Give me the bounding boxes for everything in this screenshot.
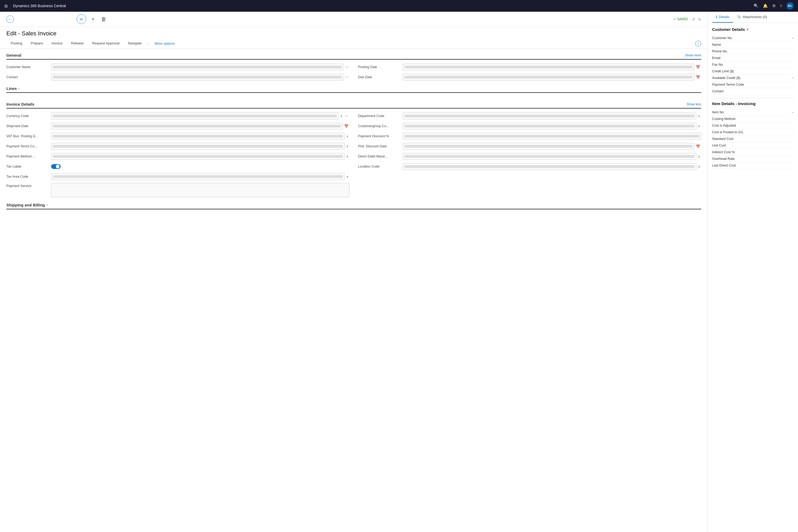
customer-name-row: Customer Name ···	[6, 63, 349, 71]
tax-liable-toggle[interactable]	[51, 164, 61, 169]
shipment-date-input[interactable]	[51, 122, 343, 130]
currency-code-dots-icon[interactable]: ···	[344, 114, 349, 118]
contact-dots-icon[interactable]: ···	[344, 75, 349, 79]
rp-costing-method-field: Costing Method	[712, 116, 794, 122]
rp-available-credit-label: Available Credit ($)	[712, 76, 740, 80]
posting-date-input-wrapper: 📅	[403, 63, 701, 71]
customergroup-chevron-icon[interactable]: ∨	[697, 125, 701, 128]
direct-debit-chevron-icon[interactable]: ∨	[697, 155, 701, 158]
rp-payment-terms-field: Payment Terms Code	[712, 81, 794, 88]
tab-request-approval[interactable]: Request Approval	[88, 39, 124, 49]
tab-invoice[interactable]: Invoice	[48, 39, 67, 49]
tax-area-code-chevron-icon[interactable]: ∨	[345, 175, 349, 178]
tab-divider	[148, 41, 148, 46]
payment-discount-input[interactable]	[403, 133, 701, 140]
rp-unit-cost-field: Unit Cost	[712, 142, 794, 149]
main-container: ← ✏ + 🗑 ✓ SAVED ⤢ ⤡ Edit - Sales Invoice…	[0, 12, 798, 532]
tab-navigate[interactable]: Navigate	[124, 39, 146, 49]
pmt-discount-date-cal-icon[interactable]: 📅	[695, 145, 701, 148]
nav-info-button[interactable]: i	[695, 41, 701, 46]
customer-details-chevron-icon[interactable]: ∨	[746, 28, 748, 31]
rp-name-field: Name	[712, 41, 794, 48]
invoice-details-title: Invoice Details	[6, 102, 34, 107]
help-icon[interactable]: ?	[780, 4, 782, 8]
rp-indirect-cost-field: Indirect Cost %	[712, 149, 794, 156]
tab-prepare[interactable]: Prepare	[26, 39, 47, 49]
user-avatar[interactable]: BC	[786, 2, 794, 10]
shipment-date-input-wrapper: 📅	[51, 122, 349, 130]
posting-date-calendar-icon[interactable]: 📅	[695, 65, 701, 69]
tax-area-code-input-wrapper: ∨	[51, 173, 349, 180]
payment-discount-label: Payment Discount %	[358, 134, 401, 138]
edit-button[interactable]: ✏	[77, 14, 86, 24]
customer-name-input[interactable]	[51, 63, 343, 71]
due-date-calendar-icon[interactable]: 📅	[695, 75, 701, 79]
general-section-header: General Show more	[6, 53, 701, 60]
payment-method-input[interactable]	[51, 153, 345, 160]
pmt-discount-date-input[interactable]	[403, 143, 694, 150]
currency-code-chevron-icon[interactable]: ∨	[339, 114, 343, 118]
department-code-chevron-icon[interactable]: ∨	[697, 114, 701, 118]
rp-credit-limit-label: Credit Limit ($)	[712, 70, 734, 73]
customer-name-dots-icon[interactable]: ···	[344, 65, 349, 70]
location-code-chevron-icon[interactable]: ∨	[697, 165, 701, 168]
rp-tab-details[interactable]: ℹ Details	[712, 12, 733, 23]
shipping-billing-nav[interactable]: Shipping and Billing ›	[6, 203, 48, 207]
vat-bus-input[interactable]	[51, 133, 345, 140]
show-less-link[interactable]: Show less	[687, 102, 701, 106]
attachments-tab-icon: 📎	[737, 15, 741, 19]
tab-release[interactable]: Release	[67, 39, 88, 49]
direct-debit-row: Direct Debit Mand... ∨	[358, 153, 701, 160]
location-code-input[interactable]	[403, 163, 697, 170]
delete-button[interactable]: 🗑	[100, 15, 108, 23]
due-date-row: Due Date 📅	[358, 73, 701, 81]
details-tab-label: Details	[719, 15, 729, 19]
currency-code-input[interactable]	[51, 113, 339, 119]
payment-service-textarea[interactable]	[51, 183, 349, 197]
lines-nav[interactable]: Lines ›	[6, 86, 19, 91]
rp-item-no-field: Item No. –	[712, 109, 794, 116]
posting-date-input[interactable]	[403, 63, 694, 71]
direct-debit-input[interactable]	[403, 153, 697, 160]
vat-bus-chevron-icon[interactable]: ∨	[345, 135, 349, 138]
payment-method-chevron-icon[interactable]: ∨	[345, 155, 349, 158]
customergroup-input[interactable]	[403, 122, 697, 130]
shipment-date-label: Shipment Date	[6, 124, 49, 128]
open-external-icon[interactable]: ⤢	[692, 17, 695, 21]
collapse-icon[interactable]: ⤡	[698, 17, 701, 21]
rp-fax-label: Fax No.	[712, 63, 724, 66]
payment-service-label: Payment Service	[6, 183, 49, 188]
search-icon[interactable]: 🔍	[754, 3, 759, 8]
show-more-link[interactable]: Show more	[685, 54, 701, 57]
payment-terms-chevron-icon[interactable]: ∨	[345, 145, 349, 148]
gear-icon[interactable]: ⚙	[772, 3, 776, 8]
saved-check-icon: ✓	[673, 17, 676, 21]
shipment-date-calendar-icon[interactable]: 📅	[343, 124, 349, 128]
rp-overhead-rate-field: Overhead Rate	[712, 156, 794, 162]
bell-icon[interactable]: 🔔	[763, 3, 768, 8]
shipping-billing-title: Shipping and Billing	[6, 203, 45, 207]
rp-costing-method-label: Costing Method	[712, 117, 736, 121]
grid-icon[interactable]: ⊞	[4, 3, 8, 8]
rp-cost-posted-label: Cost is Posted to G/L	[712, 130, 743, 134]
payment-terms-input[interactable]	[51, 143, 345, 150]
contact-input[interactable]	[51, 74, 343, 81]
shipping-billing-arrow-icon: ›	[46, 203, 48, 207]
tab-posting[interactable]: Posting	[6, 39, 26, 49]
rp-credit-limit-field: Credit Limit ($)	[712, 68, 794, 75]
invoice-details-header: Invoice Details Show less	[6, 102, 701, 109]
customergroup-input-wrapper: ∨	[403, 122, 701, 130]
department-code-input[interactable]	[403, 113, 697, 119]
rp-tab-attachments[interactable]: 📎 Attachments (0)	[733, 12, 771, 23]
saved-label: SAVED	[677, 17, 688, 21]
customergroup-label: Customergroup Co...	[358, 124, 401, 128]
pmt-discount-date-label: Pmt. Discount Date	[358, 145, 401, 148]
add-button[interactable]: +	[91, 15, 96, 23]
back-button[interactable]: ←	[6, 15, 14, 23]
due-date-input[interactable]	[403, 74, 694, 81]
edit-icon: ✏	[80, 17, 83, 22]
payment-method-row: Payment Method ... ∨	[6, 153, 349, 160]
rp-last-direct-cost-field: Last Direct Cost	[712, 162, 794, 169]
tab-more-options[interactable]: More options	[150, 39, 179, 48]
tax-area-code-input[interactable]	[51, 173, 345, 180]
